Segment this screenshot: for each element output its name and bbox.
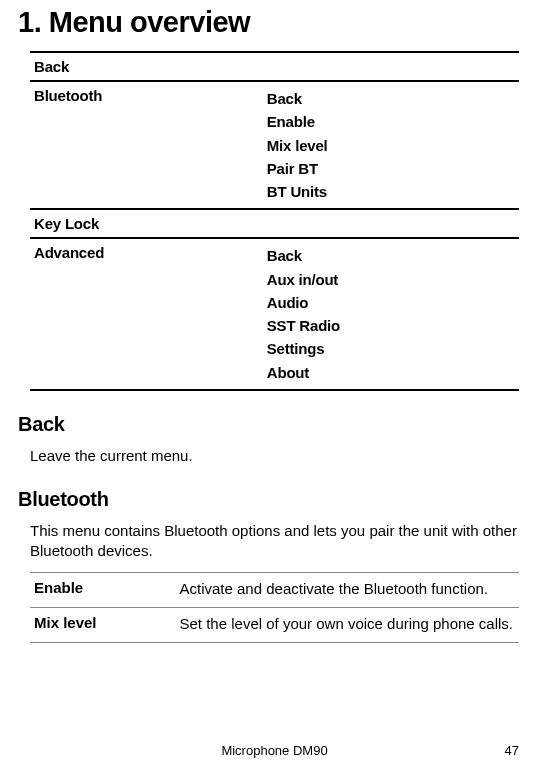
page-footer: Microphone DM90 47	[30, 743, 519, 758]
submenu-item: Aux in/out	[267, 268, 519, 291]
definition-row: Enable Activate and deactivate the Bluet…	[30, 572, 519, 607]
submenu-item: BT Units	[267, 180, 519, 203]
submenu-item: Enable	[267, 110, 519, 133]
submenu-item: About	[267, 361, 519, 384]
menu-item-keylock: Key Lock	[30, 215, 267, 232]
document-page: 1. Menu overview Back Bluetooth Back Ena…	[0, 0, 549, 776]
menu-row: Back	[30, 51, 519, 80]
menu-item-advanced: Advanced	[30, 244, 267, 384]
section-body-bluetooth: This menu contains Bluetooth options and…	[30, 521, 519, 562]
definition-term-enable: Enable	[30, 579, 180, 599]
definition-term-mixlevel: Mix level	[30, 614, 180, 634]
menu-overview-table: Back Bluetooth Back Enable Mix level Pai…	[30, 51, 519, 391]
menu-item-bluetooth: Bluetooth	[30, 87, 267, 203]
submenu-bluetooth: Back Enable Mix level Pair BT BT Units	[267, 87, 519, 203]
definition-desc: Set the level of your own voice during p…	[180, 614, 520, 634]
submenu-item: Back	[267, 87, 519, 110]
menu-row: Advanced Back Aux in/out Audio SST Radio…	[30, 237, 519, 391]
menu-item-back: Back	[30, 58, 267, 75]
bluetooth-definitions: Enable Activate and deactivate the Bluet…	[30, 572, 519, 644]
submenu-item: Back	[267, 244, 519, 267]
page-title: 1. Menu overview	[18, 0, 519, 39]
definition-desc: Activate and deactivate the Bluetooth fu…	[180, 579, 520, 599]
menu-row: Key Lock	[30, 208, 519, 237]
submenu-item: Settings	[267, 337, 519, 360]
section-heading-bluetooth: Bluetooth	[18, 488, 519, 511]
submenu-item: SST Radio	[267, 314, 519, 337]
definition-row: Mix level Set the level of your own voic…	[30, 607, 519, 643]
section-body-back: Leave the current menu.	[30, 446, 519, 466]
submenu-item: Pair BT	[267, 157, 519, 180]
menu-row: Bluetooth Back Enable Mix level Pair BT …	[30, 80, 519, 208]
footer-product-name: Microphone DM90	[30, 743, 519, 758]
submenu-item: Mix level	[267, 134, 519, 157]
submenu-item: Audio	[267, 291, 519, 314]
section-heading-back: Back	[18, 413, 519, 436]
footer-page-number: 47	[505, 743, 519, 758]
submenu-advanced: Back Aux in/out Audio SST Radio Settings…	[267, 244, 519, 384]
